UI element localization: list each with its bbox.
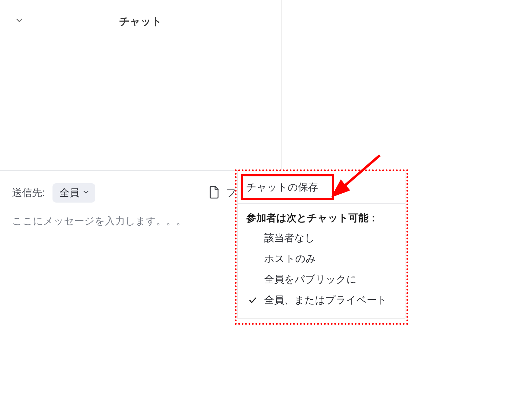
file-icon [208, 185, 220, 201]
sendto-value: 全員 [59, 186, 79, 200]
message-input[interactable] [12, 215, 269, 227]
chat-permission-heading: 参加者は次とチャット可能： [238, 204, 405, 228]
option-all-or-private[interactable]: 全員、またはプライベート [238, 290, 405, 311]
sendto-label: 送信先: [12, 186, 45, 200]
option-label: 全員をパブリックに [264, 273, 396, 286]
chat-options-menu: チャットの保存 参加者は次とチャット可能： 該当者なし ホストのみ 全員をパブリ… [238, 170, 405, 318]
save-chat-menuitem[interactable]: チャットの保存 [246, 180, 396, 194]
option-host-only[interactable]: ホストのみ [238, 248, 405, 269]
option-label: 該当者なし [264, 231, 396, 245]
sendto-dropdown[interactable]: 全員 [52, 183, 95, 203]
option-label: 全員、またはプライベート [264, 293, 396, 307]
option-public-all[interactable]: 全員をパブリックに [238, 269, 405, 290]
chat-permission-options: 該当者なし ホストのみ 全員をパブリックに 全員、またはプライベート [238, 228, 405, 318]
vertical-divider [281, 0, 281, 183]
option-none[interactable]: 該当者なし [238, 228, 405, 248]
panel-title: チャット [0, 4, 281, 29]
chat-header: チャット [0, 0, 281, 33]
chevron-down-icon [82, 188, 90, 197]
chevron-down-icon[interactable] [15, 16, 24, 27]
option-label: ホストのみ [264, 252, 396, 266]
check-icon [246, 296, 259, 305]
